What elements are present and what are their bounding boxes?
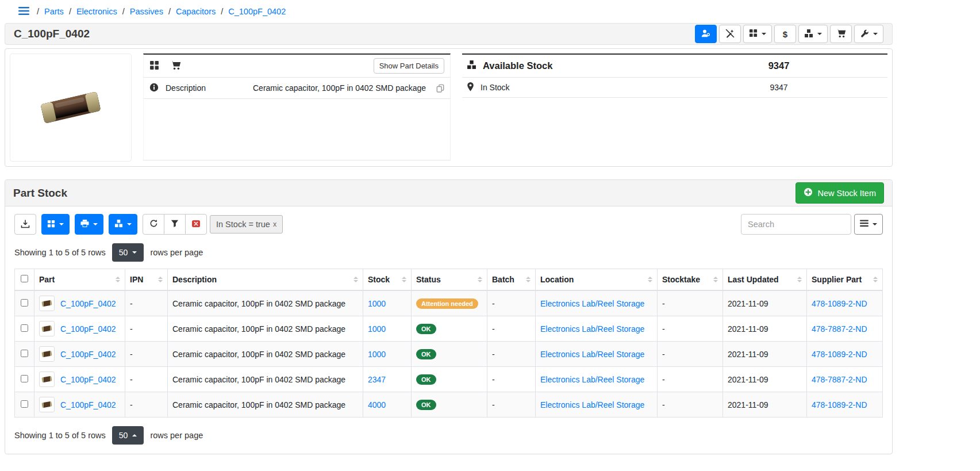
description-value: Ceramic capacitor, 100pF in 0402 SMD pac… — [253, 83, 429, 93]
last-updated-cell: 2021-11-09 — [723, 342, 807, 367]
chevron-down-icon — [59, 223, 64, 225]
page-size-dropdown[interactable]: 50 — [112, 426, 144, 445]
search-input[interactable] — [741, 214, 851, 235]
admin-user-button[interactable] — [695, 25, 717, 43]
row-checkbox[interactable] — [21, 299, 28, 307]
location-link[interactable]: Electronics Lab/Reel Storage — [540, 400, 644, 409]
print-reports-dropdown[interactable] — [75, 214, 103, 235]
stock-link[interactable]: 1000 — [368, 299, 386, 308]
sort-icon[interactable] — [116, 277, 120, 282]
column-header-ipn: IPN — [130, 275, 143, 284]
description-cell: Ceramic capacitor, 100pF in 0402 SMD pac… — [168, 392, 363, 418]
sort-icon[interactable] — [648, 277, 652, 282]
last-updated-cell: 2021-11-09 — [723, 367, 807, 392]
description-cell: Ceramic capacitor, 100pF in 0402 SMD pac… — [168, 290, 363, 316]
stock-options-dropdown[interactable] — [109, 214, 137, 235]
sort-icon[interactable] — [797, 277, 802, 282]
grid-icon — [149, 60, 159, 72]
part-link[interactable]: C_100pF_0402 — [60, 324, 116, 334]
part-link[interactable]: C_100pF_0402 — [60, 375, 116, 384]
breadcrumb-separator: / — [37, 7, 39, 16]
breadcrumb-separator: / — [122, 7, 125, 16]
refresh-button[interactable] — [143, 214, 164, 235]
print-actions-dropdown[interactable] — [743, 25, 772, 43]
barcode-unlink-button[interactable] — [719, 25, 741, 43]
remove-filter-icon[interactable]: x — [273, 220, 276, 228]
supplier-part-link[interactable]: 478-1089-2-ND — [812, 299, 867, 308]
breadcrumb-item-current-part[interactable]: C_100pF_0402 — [228, 7, 286, 16]
copy-icon[interactable] — [436, 84, 444, 93]
column-header-description: Description — [172, 275, 217, 284]
part-options-dropdown[interactable] — [854, 25, 883, 43]
part-summary-panel: Show Part Details Description Ceramic ca… — [143, 53, 451, 160]
location-link[interactable]: Electronics Lab/Reel Storage — [540, 350, 644, 359]
clear-filters-button[interactable] — [185, 214, 207, 235]
rows-per-page-label: rows per page — [150, 248, 203, 257]
column-header-status: Status — [416, 275, 441, 284]
hamburger-icon — [18, 6, 29, 17]
location-link[interactable]: Electronics Lab/Reel Storage — [540, 375, 644, 384]
part-stock-title: Part Stock — [13, 187, 67, 200]
new-stock-item-button[interactable]: New Stock Item — [795, 182, 884, 204]
part-link[interactable]: C_100pF_0402 — [60, 299, 116, 308]
page-size-dropdown[interactable]: 50 — [112, 243, 144, 262]
sort-icon[interactable] — [353, 277, 358, 282]
breadcrumb-item-passives[interactable]: Passives — [130, 7, 163, 16]
row-checkbox[interactable] — [21, 400, 28, 408]
sort-icon[interactable] — [478, 277, 482, 282]
row-checkbox[interactable] — [21, 375, 28, 382]
pricing-button[interactable]: $ — [774, 25, 796, 43]
order-part-button[interactable] — [171, 60, 181, 72]
location-link[interactable]: Electronics Lab/Reel Storage — [540, 299, 644, 308]
supplier-part-link[interactable]: 478-7887-2-ND — [812, 375, 867, 384]
description-row: Description Ceramic capacitor, 100pF in … — [144, 78, 450, 99]
breadcrumb-item-capacitors[interactable]: Capacitors — [176, 7, 216, 16]
location-link[interactable]: Electronics Lab/Reel Storage — [540, 324, 644, 334]
in-stock-value: 9347 — [675, 83, 883, 92]
buy-part-button[interactable] — [830, 25, 852, 43]
show-part-details-button[interactable]: Show Part Details — [374, 58, 444, 74]
print-labels-dropdown[interactable] — [41, 214, 70, 235]
page-size-value: 50 — [119, 431, 128, 440]
part-stock-panel: Part Stock New Stock Item — [5, 179, 893, 454]
row-checkbox[interactable] — [21, 324, 28, 332]
batch-cell: - — [487, 392, 536, 418]
menu-toggle-button[interactable] — [18, 6, 29, 17]
part-stock-body: In Stock = true x Showing 1 to 5 of 5 ro… — [5, 206, 892, 454]
stock-link[interactable]: 1000 — [368, 350, 386, 359]
stocktake-cell: - — [658, 316, 723, 342]
breadcrumb-item-parts[interactable]: Parts — [44, 7, 64, 16]
table-header-row: Part IPN Description Stock Status Batch … — [15, 269, 883, 291]
supplier-part-link[interactable]: 478-1089-2-ND — [812, 350, 867, 359]
table-view-dropdown[interactable] — [854, 214, 883, 235]
column-header-last-updated: Last Updated — [728, 275, 779, 284]
select-all-checkbox[interactable] — [21, 275, 28, 282]
supplier-part-link[interactable]: 478-7887-2-ND — [812, 324, 867, 334]
user-gear-icon — [701, 29, 710, 40]
sort-icon[interactable] — [873, 277, 878, 282]
part-link[interactable]: C_100pF_0402 — [60, 400, 116, 409]
breadcrumb-separator: / — [221, 7, 223, 16]
sort-icon[interactable] — [713, 277, 718, 282]
stock-link[interactable]: 2347 — [368, 375, 386, 384]
sort-icon[interactable] — [526, 277, 531, 282]
stock-link[interactable]: 1000 — [368, 324, 386, 334]
sort-icon[interactable] — [402, 277, 406, 282]
row-checkbox[interactable] — [21, 350, 28, 357]
stock-actions-dropdown[interactable] — [798, 25, 828, 43]
download-button[interactable] — [14, 214, 36, 235]
stock-link[interactable]: 4000 — [368, 400, 386, 409]
last-updated-cell: 2021-11-09 — [723, 290, 807, 316]
status-badge: Attention needed — [416, 298, 478, 309]
part-link[interactable]: C_100pF_0402 — [60, 350, 116, 359]
sort-icon[interactable] — [158, 277, 163, 282]
part-image[interactable] — [10, 53, 132, 162]
filter-button[interactable] — [164, 214, 186, 235]
ipn-cell: - — [125, 342, 168, 367]
part-thumbnail — [39, 397, 55, 412]
status-badge: OK — [416, 400, 436, 410]
breadcrumb-item-electronics[interactable]: Electronics — [76, 7, 117, 16]
supplier-part-link[interactable]: 478-1089-2-ND — [812, 400, 867, 409]
stock-table-toolbar: In Stock = true x — [14, 214, 883, 235]
grid-view-button[interactable] — [149, 60, 159, 72]
